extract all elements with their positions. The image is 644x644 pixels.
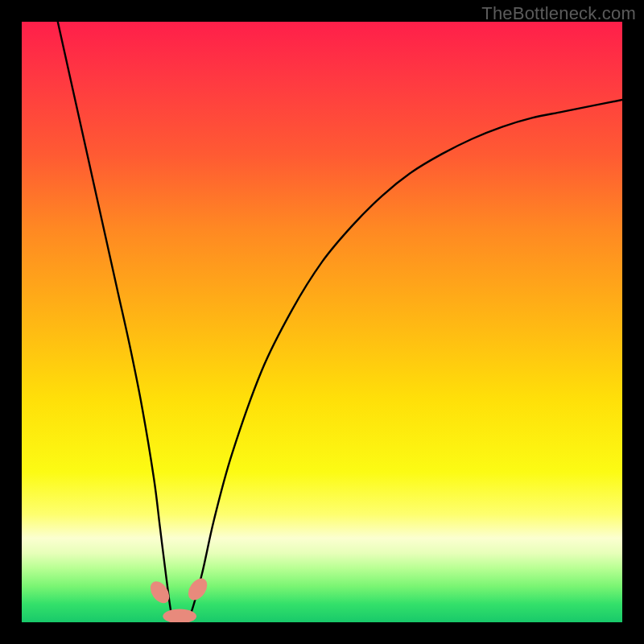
chart-frame: TheBottleneck.com [0, 0, 644, 644]
plot-area [22, 22, 622, 622]
bottleneck-curve [22, 22, 622, 622]
marker-right-guide [184, 575, 211, 604]
